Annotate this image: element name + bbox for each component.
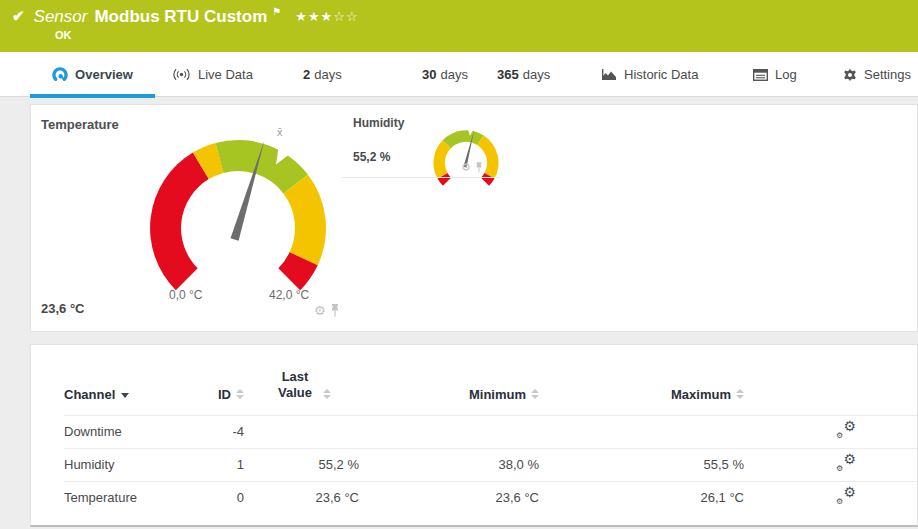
cell-max: 55,5 % xyxy=(539,448,744,481)
channel-table-header: ChannelIDLast ValueMinimumMaximum xyxy=(64,345,918,415)
column-header-channel[interactable]: Channel xyxy=(64,345,204,415)
cell-last: 23,6 °C xyxy=(244,481,359,514)
settings-gear-icon xyxy=(843,68,857,82)
cell-id: 0 xyxy=(204,481,244,514)
cell-id: 1 xyxy=(204,448,244,481)
column-header-min[interactable]: Minimum xyxy=(359,345,539,415)
sort-toggle-icon xyxy=(323,389,331,399)
cell-min xyxy=(359,415,539,448)
star-filled-icon[interactable]: ★ xyxy=(321,9,334,24)
tab-log[interactable]: Log xyxy=(753,52,797,97)
tab-2-days[interactable]: 2days xyxy=(303,52,342,97)
channel-settings-gears-icon[interactable]: ⚙⚙ xyxy=(836,454,856,472)
humidity-gauge-title: Humidity xyxy=(353,116,404,130)
temperature-gauge-title: Temperature xyxy=(41,117,119,132)
table-row: Humidity155,2 %38,0 %55,5 %⚙⚙ xyxy=(64,448,918,481)
temperature-gauge-pin-icon[interactable] xyxy=(330,304,340,317)
star-empty-icon[interactable]: ☆ xyxy=(333,9,346,24)
sensor-kind-label: Sensor xyxy=(34,7,88,27)
sort-toggle-icon xyxy=(736,389,744,399)
column-header-last[interactable]: Last Value xyxy=(244,345,359,415)
tab-30-days[interactable]: 30days xyxy=(422,52,468,97)
humidity-tile-divider xyxy=(342,177,500,178)
humidity-gauge-settings-gear-icon[interactable]: ⚙ xyxy=(461,162,471,173)
flag-icon[interactable]: ⚑ xyxy=(272,6,281,17)
temperature-gauge-settings-gear-icon[interactable]: ⚙ xyxy=(314,304,326,317)
cell-min: 38,0 % xyxy=(359,448,539,481)
table-row: Downtime-4⚙⚙ xyxy=(64,415,918,448)
channel-table-body: Downtime-4⚙⚙Humidity155,2 %38,0 %55,5 %⚙… xyxy=(64,415,918,514)
channel-table-panel: ChannelIDLast ValueMinimumMaximum Downti… xyxy=(30,344,918,527)
cell-max: 26,1 °C xyxy=(539,481,744,514)
temperature-scale-max: 42,0 °C xyxy=(269,288,309,302)
tab-bar: OverviewLive Data2days30days365daysHisto… xyxy=(0,52,918,97)
sensor-status-bar: ✔ Sensor Modbus RTU Custom ⚑ ★★★☆☆ OK xyxy=(0,0,918,52)
average-marker-label: x̄ xyxy=(277,126,283,138)
star-filled-icon[interactable]: ★ xyxy=(308,9,321,24)
humidity-current-value: 55,2 % xyxy=(353,150,390,164)
tab-historic-data[interactable]: Historic Data xyxy=(601,52,698,97)
tab-overview[interactable]: Overview xyxy=(30,52,155,97)
channel-table: ChannelIDLast ValueMinimumMaximum Downti… xyxy=(64,345,918,514)
tab-settings[interactable]: Settings xyxy=(843,52,911,97)
star-filled-icon[interactable]: ★ xyxy=(295,9,308,24)
cell-tools: ⚙⚙ xyxy=(744,481,918,514)
tab-live-data[interactable]: Live Data xyxy=(172,52,253,97)
status-badge: OK xyxy=(55,29,72,41)
cell-channel: Humidity xyxy=(64,448,204,481)
column-header-id[interactable]: ID xyxy=(204,345,244,415)
ok-check-icon: ✔ xyxy=(12,7,25,25)
priority-star-rating[interactable]: ★★★☆☆ xyxy=(295,9,358,24)
table-row: Temperature023,6 °C23,6 °C26,1 °C⚙⚙ xyxy=(64,481,918,514)
cell-channel: Temperature xyxy=(64,481,204,514)
cell-id: -4 xyxy=(204,415,244,448)
cell-tools: ⚙⚙ xyxy=(744,415,918,448)
cell-last: 55,2 % xyxy=(244,448,359,481)
sort-toggle-icon xyxy=(531,389,539,399)
channel-settings-gears-icon[interactable]: ⚙⚙ xyxy=(836,421,856,439)
sort-desc-icon xyxy=(121,393,129,398)
cell-max xyxy=(539,415,744,448)
live-icon xyxy=(172,68,191,81)
cell-last xyxy=(244,415,359,448)
cell-min: 23,6 °C xyxy=(359,481,539,514)
page-title: Modbus RTU Custom xyxy=(94,7,267,27)
gauges-panel: Temperature x̄ 0,0 °C 42,0 °C 23,6 °C ⚙ … xyxy=(30,104,918,332)
star-empty-icon[interactable]: ☆ xyxy=(346,9,359,24)
cell-tools: ⚙⚙ xyxy=(744,448,918,481)
column-header-max[interactable]: Maximum xyxy=(539,345,744,415)
log-icon xyxy=(753,69,768,81)
channel-settings-gears-icon[interactable]: ⚙⚙ xyxy=(836,487,856,505)
temperature-scale-min: 0,0 °C xyxy=(169,288,202,302)
temperature-current-value: 23,6 °C xyxy=(41,301,85,316)
cell-channel: Downtime xyxy=(64,415,204,448)
sort-toggle-icon xyxy=(236,389,244,399)
gauge-icon xyxy=(52,67,68,83)
historic-chart-icon xyxy=(601,68,617,81)
column-header-tools xyxy=(744,345,918,415)
tab-365-days[interactable]: 365days xyxy=(497,52,550,97)
humidity-gauge-pin-icon[interactable] xyxy=(475,162,483,173)
